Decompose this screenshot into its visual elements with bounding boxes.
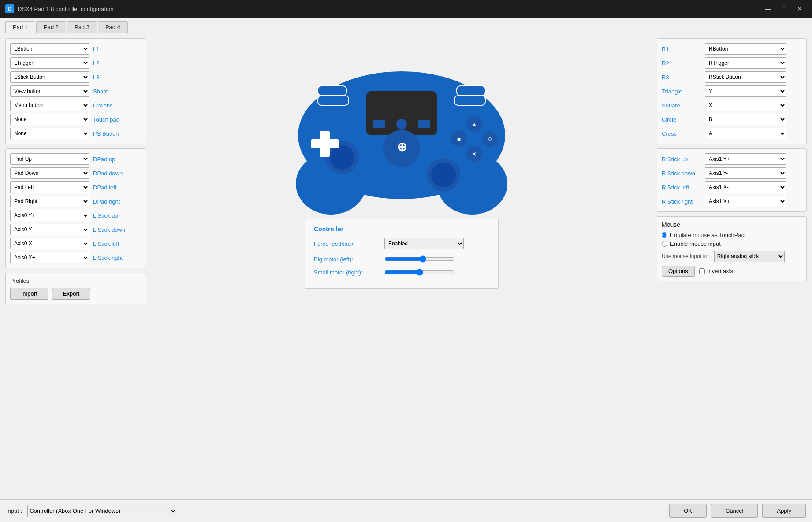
svg-rect-25: [418, 120, 430, 128]
share-select[interactable]: View button: [10, 85, 89, 97]
window-title: DSX4 Pad 1.8 controller configuration: [18, 6, 761, 12]
lstickup-row: Axis0 Y+ L Stick up: [10, 210, 142, 221]
mouse-input-label: Use mouse input for:: [662, 253, 711, 259]
dpaddown-select[interactable]: Pad Down: [10, 167, 89, 179]
force-feedback-select[interactable]: Enabled Disabled: [384, 238, 464, 249]
mouse-input-select[interactable]: Right analog stick Left analog stick: [714, 251, 785, 262]
tab-pad1[interactable]: Pad 1: [5, 21, 35, 33]
big-motor-row: Big motor (left):: [314, 255, 489, 263]
dpadleft-label: DPad left: [93, 184, 128, 191]
invert-axis-label: Invert axis: [707, 268, 733, 274]
small-motor-row: Small motor (right):: [314, 269, 489, 276]
close-button[interactable]: ✕: [793, 3, 807, 15]
rstickleft-select[interactable]: Axis1 X-: [705, 181, 786, 193]
mouse-options-button[interactable]: Options: [662, 266, 695, 277]
dpadright-select[interactable]: Pad Right: [10, 196, 89, 207]
full-bottom-bar: Input : Controller (Xbox One For Windows…: [0, 499, 812, 522]
controller-section-title: Controller: [314, 226, 489, 233]
svg-rect-22: [454, 96, 485, 105]
small-motor-slider[interactable]: [384, 269, 455, 276]
l1-select[interactable]: LButton: [10, 43, 89, 55]
svg-point-9: [431, 163, 456, 187]
center-panel: ⊕ ▲ ○: [152, 38, 652, 494]
lstickdown-row: Axis0 Y- L Stick down: [10, 224, 142, 235]
big-motor-slider[interactable]: [384, 255, 455, 263]
import-button[interactable]: Import: [10, 288, 48, 300]
left-button-mappings: LButton L1 LTrigger L2 LStick Button L3 …: [5, 38, 146, 144]
dpadup-row: Pad Up DPad up: [10, 153, 142, 165]
tab-pad4[interactable]: Pad 4: [98, 21, 128, 33]
r3-select[interactable]: RStick Button: [705, 71, 786, 83]
export-button[interactable]: Export: [52, 288, 91, 300]
r2-select[interactable]: RTrigger: [705, 57, 786, 69]
r2-row: R2 RTrigger: [662, 57, 802, 69]
enable-radio[interactable]: [662, 241, 667, 247]
r1-row: R1 RButton: [662, 43, 802, 55]
lstickup-select[interactable]: Axis0 Y+: [10, 210, 89, 221]
right-button-mappings: R1 RButton R2 RTrigger R3 RStick Button …: [657, 38, 807, 144]
mouse-title: Mouse: [662, 221, 802, 228]
l3-select[interactable]: LStick Button: [10, 71, 89, 83]
svg-rect-11: [311, 139, 339, 148]
profiles-buttons: Import Export: [10, 288, 142, 300]
square-select[interactable]: X: [705, 100, 786, 111]
lstickright-row: Axis0 X+ L Stick right: [10, 252, 142, 263]
dpadleft-select[interactable]: Pad Left: [10, 181, 89, 193]
rstickdown-select[interactable]: Axis1 Y-: [705, 167, 786, 179]
emulate-radio[interactable]: [662, 232, 667, 238]
controller-svg: ⊕ ▲ ○: [278, 38, 525, 215]
ok-button[interactable]: OK: [669, 504, 707, 518]
minimize-button[interactable]: —: [761, 3, 775, 15]
circle-select[interactable]: B: [705, 114, 786, 125]
dpaddown-row: Pad Down DPad down: [10, 167, 142, 179]
psbutton-label: PS Button: [93, 130, 128, 137]
options-label: Options: [93, 102, 128, 109]
enable-radio-row: Enable mouse input: [662, 241, 802, 247]
dpadright-row: Pad Right DPad right: [10, 196, 142, 207]
lstickleft-row: Axis0 X- L Stick left: [10, 238, 142, 249]
rstickleft-row: R Stick left Axis1 X-: [662, 181, 802, 193]
force-feedback-label: Force feedback: [314, 241, 380, 247]
r2-label: R2: [662, 60, 701, 67]
rstickright-label: R Stick right: [662, 198, 701, 205]
touchpad-select[interactable]: None: [10, 114, 89, 125]
mouse-group: Mouse Emulate mouse as TouchPad Enable m…: [657, 216, 807, 281]
r3-row: R3 RStick Button: [662, 71, 802, 83]
l2-row: LTrigger L2: [10, 57, 142, 69]
svg-rect-20: [318, 96, 349, 105]
triangle-label: Triangle: [662, 88, 701, 95]
psbutton-row: None PS Button: [10, 128, 142, 139]
lstickright-select[interactable]: Axis0 X+: [10, 252, 89, 263]
invert-axis-checkbox[interactable]: [699, 268, 705, 274]
window-controls: — ☐ ✕: [761, 3, 807, 15]
tab-pad3[interactable]: Pad 3: [67, 21, 97, 33]
cancel-button[interactable]: Cancel: [711, 504, 758, 518]
apply-button[interactable]: Apply: [762, 504, 806, 518]
options-select[interactable]: Menu button: [10, 100, 89, 111]
psbutton-select[interactable]: None: [10, 128, 89, 139]
left-stick-mappings: Pad Up DPad up Pad Down DPad down Pad Le…: [5, 148, 146, 268]
l3-label: L3: [93, 74, 128, 81]
svg-text:✕: ✕: [472, 151, 477, 158]
rstickleft-label: R Stick left: [662, 184, 701, 191]
input-select[interactable]: Controller (Xbox One For Windows): [27, 505, 177, 517]
rstickright-select[interactable]: Axis1 X+: [705, 196, 786, 207]
triangle-select[interactable]: Y: [705, 85, 786, 97]
l1-row: LButton L1: [10, 43, 142, 55]
controller-settings: Controller Force feedback Enabled Disabl…: [305, 219, 499, 289]
enable-radio-label: Enable mouse input: [670, 241, 721, 247]
lstickdown-select[interactable]: Axis0 Y-: [10, 224, 89, 235]
dpadup-select[interactable]: Pad Up: [10, 153, 89, 165]
lstickleft-select[interactable]: Axis0 X-: [10, 238, 89, 249]
left-panel: LButton L1 LTrigger L2 LStick Button L3 …: [5, 38, 146, 494]
triangle-row: Triangle Y: [662, 85, 802, 97]
rstickup-label: R Stick up: [662, 156, 701, 163]
right-stick-mappings: R Stick up Axis1 Y+ R Stick down Axis1 Y…: [657, 148, 807, 212]
maximize-button[interactable]: ☐: [777, 3, 791, 15]
tab-pad2[interactable]: Pad 2: [36, 21, 66, 33]
l2-select[interactable]: LTrigger: [10, 57, 89, 69]
square-row: Square X: [662, 100, 802, 111]
cross-select[interactable]: A: [705, 128, 786, 139]
rstickup-select[interactable]: Axis1 Y+: [705, 153, 786, 165]
r1-select[interactable]: RButton: [705, 43, 786, 55]
